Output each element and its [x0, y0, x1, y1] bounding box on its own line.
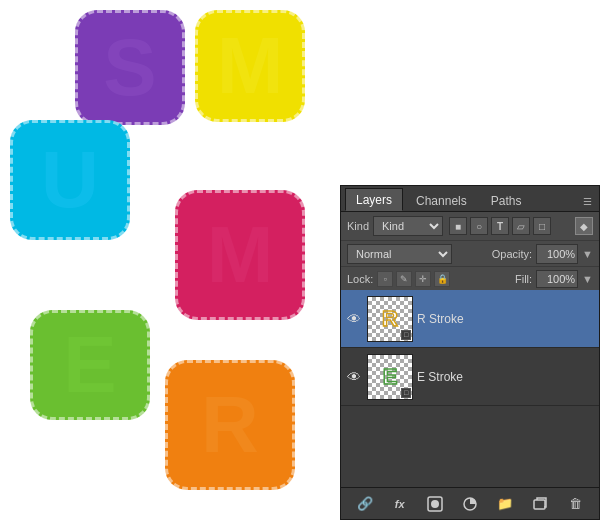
lock-icons: ▫ ✎ ✛ 🔒	[377, 271, 450, 287]
fill-label: Fill:	[515, 273, 532, 285]
svg-rect-3	[534, 500, 545, 509]
panel-tabs: Layers Channels Paths ☰	[341, 186, 599, 212]
layers-panel: Layers Channels Paths ☰ Kind Kind ■ ○ T …	[340, 185, 600, 520]
blend-mode-select[interactable]: Normal	[347, 244, 452, 264]
lock-label: Lock:	[347, 273, 373, 285]
tab-paths[interactable]: Paths	[480, 189, 533, 211]
filter-icons: ■ ○ T ▱ □	[449, 217, 551, 235]
opacity-input[interactable]	[536, 244, 578, 264]
lock-row: Lock: ▫ ✎ ✛ 🔒 Fill: ▼	[341, 266, 599, 290]
tab-channels[interactable]: Channels	[405, 189, 478, 211]
shape-filter-icon[interactable]: ▱	[512, 217, 530, 235]
opacity-label: Opacity:	[492, 248, 532, 260]
new-layer-button[interactable]	[529, 493, 551, 515]
fill-input[interactable]	[536, 270, 578, 288]
letter-e: E	[30, 310, 150, 420]
thumb-e-badge: □	[401, 388, 411, 398]
filter-label: Kind	[347, 220, 369, 232]
panel-toolbar: 🔗 fx 📁 🗑	[341, 487, 599, 519]
thumb-r-badge: □	[401, 330, 411, 340]
layer-e-thumbnail: E □	[367, 354, 413, 400]
layer-r-thumbnail: R □	[367, 296, 413, 342]
pixel-filter-icon[interactable]: ■	[449, 217, 467, 235]
layer-effects-button[interactable]: fx	[389, 493, 411, 515]
letter-m-red: M	[175, 190, 305, 320]
lock-position-icon[interactable]: ✛	[415, 271, 431, 287]
letter-s: S	[75, 10, 185, 125]
blend-row: Normal Opacity: ▼	[341, 240, 599, 266]
delete-layer-button[interactable]: 🗑	[564, 493, 586, 515]
lock-transparency-icon[interactable]: ▫	[377, 271, 393, 287]
layer-e-visibility-icon[interactable]: 👁	[345, 368, 363, 386]
panel-menu-icon[interactable]: ☰	[579, 191, 595, 211]
letter-r: R	[165, 360, 295, 490]
letter-u: U	[10, 120, 130, 240]
filter-toggle-icon[interactable]: ◆	[575, 217, 593, 235]
svg-point-1	[431, 500, 439, 508]
smart-filter-icon[interactable]: □	[533, 217, 551, 235]
type-filter-icon[interactable]: T	[491, 217, 509, 235]
tab-layers[interactable]: Layers	[345, 188, 403, 211]
add-mask-button[interactable]	[424, 493, 446, 515]
new-group-button[interactable]: 📁	[494, 493, 516, 515]
fill-dropdown-icon[interactable]: ▼	[582, 273, 593, 285]
adjustment-filter-icon[interactable]: ○	[470, 217, 488, 235]
layers-list: 👁 R □ R Stroke 👁 E □ E Stroke	[341, 290, 599, 487]
link-layers-button[interactable]: 🔗	[354, 493, 376, 515]
layer-e-stroke[interactable]: 👁 E □ E Stroke	[341, 348, 599, 406]
lock-all-icon[interactable]: 🔒	[434, 271, 450, 287]
layer-r-stroke[interactable]: 👁 R □ R Stroke	[341, 290, 599, 348]
layer-e-name: E Stroke	[417, 370, 595, 384]
lock-pixels-icon[interactable]: ✎	[396, 271, 412, 287]
opacity-dropdown-icon[interactable]: ▼	[582, 248, 593, 260]
filter-select[interactable]: Kind	[373, 216, 443, 236]
layer-r-name: R Stroke	[417, 312, 595, 326]
letter-m-yellow: M	[195, 10, 305, 122]
layer-r-visibility-icon[interactable]: 👁	[345, 310, 363, 328]
new-adjustment-button[interactable]	[459, 493, 481, 515]
filter-row: Kind Kind ■ ○ T ▱ □ ◆	[341, 212, 599, 240]
layers-empty-space	[341, 406, 599, 436]
